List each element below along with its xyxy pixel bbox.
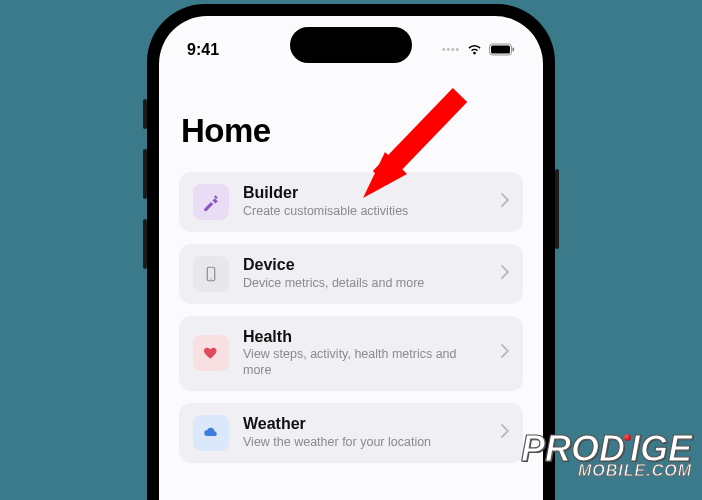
row-subtitle: Create customisable activities — [243, 204, 487, 220]
row-title: Device — [243, 256, 487, 274]
dynamic-island — [290, 27, 412, 63]
phone-icon — [193, 256, 229, 292]
phone-screen: 9:41 •••• Home Builder Create customi — [159, 16, 543, 500]
svg-rect-1 — [491, 46, 510, 54]
content-area: Home Builder Create customisable activit… — [159, 86, 543, 500]
battery-icon — [489, 43, 515, 56]
row-title: Weather — [243, 415, 487, 433]
status-time: 9:41 — [187, 41, 219, 59]
menu-row-device[interactable]: Device Device metrics, details and more — [179, 244, 523, 304]
side-button — [143, 99, 147, 129]
row-title: Builder — [243, 184, 487, 202]
side-button — [143, 219, 147, 269]
wifi-icon — [466, 43, 483, 56]
page-title: Home — [179, 112, 523, 150]
status-icons: •••• — [442, 43, 515, 56]
row-subtitle: View the weather for your location — [243, 435, 487, 451]
row-title: Health — [243, 328, 487, 346]
chevron-right-icon — [501, 265, 509, 283]
svg-point-4 — [210, 278, 211, 279]
menu-row-builder[interactable]: Builder Create customisable activities — [179, 172, 523, 232]
heart-icon — [193, 335, 229, 371]
chevron-right-icon — [501, 193, 509, 211]
hammer-icon — [193, 184, 229, 220]
menu-row-weather[interactable]: Weather View the weather for your locati… — [179, 403, 523, 463]
side-button — [143, 149, 147, 199]
menu-row-health[interactable]: Health View steps, activity, health metr… — [179, 316, 523, 391]
side-button — [555, 169, 559, 249]
phone-frame: 9:41 •••• Home Builder Create customi — [147, 4, 555, 500]
chevron-right-icon — [501, 344, 509, 362]
svg-rect-2 — [513, 48, 515, 52]
cloud-icon — [193, 415, 229, 451]
row-subtitle: View steps, activity, health metrics and… — [243, 347, 487, 378]
chevron-right-icon — [501, 424, 509, 442]
row-subtitle: Device metrics, details and more — [243, 276, 487, 292]
more-dots-icon: •••• — [442, 44, 460, 55]
